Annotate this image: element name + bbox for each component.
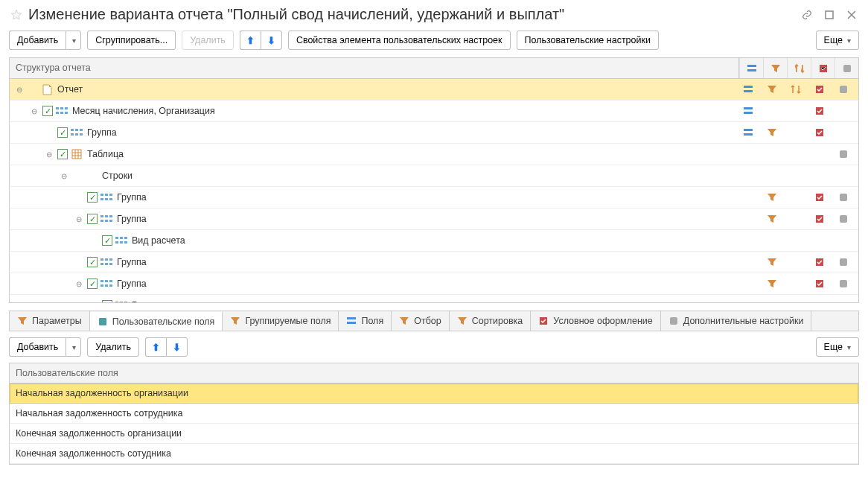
lower-add-button[interactable]: Добавить ▾ (9, 337, 81, 357)
tab-пользовательские-поля[interactable]: Пользовательские поля (90, 312, 223, 331)
link-icon[interactable] (801, 9, 813, 21)
checkbox[interactable]: ✓ (102, 235, 112, 246)
tab-отбор[interactable]: Отбор (392, 311, 450, 331)
row-status-icon[interactable] (832, 84, 855, 95)
element-properties-button[interactable]: Свойства элемента пользовательских настр… (288, 31, 511, 50)
tree-body[interactable]: ⊖Отчет⊖✓Месяц начисления, Организация ✓Г… (10, 79, 858, 302)
tab-дополнительные-настройки[interactable]: Дополнительные настройки (661, 311, 812, 331)
move-down-button[interactable]: ⬇ (261, 31, 282, 50)
row-status-icon[interactable] (808, 106, 832, 116)
row-status-icon[interactable] (808, 214, 832, 224)
row-status-icon[interactable] (808, 278, 832, 289)
tree-row[interactable]: ✓Группа (10, 252, 858, 273)
tree-row[interactable]: ✓Группа (10, 187, 858, 209)
tab-поля[interactable]: Поля (339, 311, 392, 331)
expand-toggle[interactable]: ⊖ (29, 106, 39, 116)
row-status-icon[interactable] (760, 278, 784, 289)
move-up-button[interactable]: ⬆ (240, 31, 261, 50)
checkbox[interactable]: ✓ (87, 257, 98, 267)
col-filter-icon[interactable] (763, 58, 787, 78)
tree-row[interactable]: ✓Вид расчета (10, 230, 858, 252)
tab-сортировка[interactable]: Сортировка (450, 311, 532, 331)
maximize-icon[interactable] (823, 9, 835, 21)
list-item[interactable]: Конечная задолженность сотудника (10, 444, 858, 464)
row-status-icon[interactable] (832, 192, 855, 203)
svg-rect-19 (75, 129, 78, 131)
expand-toggle[interactable]: ⊖ (44, 149, 54, 159)
row-status-icon[interactable] (808, 127, 832, 138)
row-status-icon[interactable] (760, 214, 784, 224)
lower-more-button[interactable]: Еще▾ (816, 337, 859, 357)
list-item[interactable]: Начальная задолженность организации (10, 383, 858, 404)
row-status-icon[interactable] (736, 84, 760, 95)
row-status-icon[interactable] (808, 257, 832, 267)
row-status-icon[interactable] (760, 127, 784, 138)
tab-группируемые-поля[interactable]: Группируемые поля (223, 311, 339, 331)
checkbox[interactable]: ✓ (87, 278, 98, 289)
lower-move-up-button[interactable]: ⬆ (145, 337, 166, 357)
tree-row[interactable]: ⊖✓Группа (10, 273, 858, 295)
row-status-icon[interactable] (832, 214, 855, 224)
lower-add-dropdown[interactable]: ▾ (66, 337, 81, 357)
row-status-icon[interactable] (832, 278, 855, 289)
expand-toggle[interactable]: ⊖ (74, 278, 84, 289)
checkbox[interactable]: ✓ (57, 149, 68, 159)
user-fields-header: Пользовательские поля (10, 363, 858, 383)
add-button-dropdown[interactable]: ▾ (66, 31, 81, 50)
col-sort-icon[interactable] (787, 58, 811, 78)
row-status-icon[interactable] (736, 127, 760, 138)
svg-rect-49 (120, 241, 123, 244)
close-icon[interactable] (846, 9, 858, 21)
expand-toggle[interactable]: ⊖ (74, 214, 84, 224)
user-settings-button[interactable]: Пользовательские настройки (517, 31, 659, 50)
row-status-icon[interactable] (784, 84, 808, 95)
settings-tabs: ПараметрыПользовательские поляГруппируем… (9, 311, 859, 331)
checkbox[interactable]: ✓ (42, 106, 53, 116)
tab-условное-оформление[interactable]: Условное оформление (531, 311, 660, 331)
tab-icon (668, 316, 679, 326)
svg-rect-29 (100, 194, 103, 196)
add-button[interactable]: Добавить ▾ (9, 31, 81, 50)
fields-icon (56, 105, 68, 117)
row-status-icon[interactable] (736, 106, 760, 116)
list-item[interactable]: Конечная задолженность организации (10, 424, 858, 444)
row-status-icon[interactable] (760, 84, 784, 95)
tab-параметры[interactable]: Параметры (10, 311, 90, 331)
col-appearance-icon[interactable] (811, 58, 835, 78)
col-other-icon[interactable] (835, 58, 858, 78)
tree-row[interactable]: ⊖Отчет (10, 79, 858, 101)
tree-row[interactable]: ⊖Строки (10, 165, 858, 187)
list-item[interactable]: Начальная задолженность сотрудника (10, 404, 858, 424)
svg-rect-44 (840, 215, 847, 223)
expand-toggle[interactable]: ⊖ (14, 84, 25, 95)
tree-row[interactable]: ⊖✓Месяц начисления, Организация (10, 101, 858, 122)
svg-rect-30 (105, 194, 108, 196)
tree-row[interactable]: ✓Вид расчета (10, 295, 858, 302)
lower-delete-button[interactable]: Удалить (87, 337, 139, 357)
tree-row[interactable]: ✓Группа (10, 122, 858, 144)
svg-rect-58 (840, 258, 847, 266)
favorite-star-icon[interactable] (10, 9, 22, 21)
row-status-icon[interactable] (760, 192, 784, 203)
row-status-icon[interactable] (832, 257, 855, 267)
add-button-label: Добавить (17, 35, 58, 45)
group-button[interactable]: Сгруппировать... (87, 31, 176, 50)
row-status-icon[interactable] (808, 192, 832, 203)
row-status-icon[interactable] (808, 84, 832, 95)
more-button[interactable]: Еще▾ (816, 31, 859, 50)
row-status-icon[interactable] (832, 149, 855, 159)
svg-rect-21 (71, 133, 74, 136)
checkbox[interactable]: ✓ (102, 300, 112, 302)
fields-icon (71, 127, 83, 139)
expand-toggle[interactable]: ⊖ (59, 171, 69, 181)
checkbox[interactable]: ✓ (57, 127, 68, 138)
lower-move-down-button[interactable]: ⬇ (166, 337, 188, 357)
row-status-icon[interactable] (760, 257, 784, 267)
tab-label: Сортировка (472, 316, 523, 326)
top-toolbar: Добавить ▾ Сгруппировать... Удалить ⬆ ⬇ … (0, 28, 868, 57)
checkbox[interactable]: ✓ (87, 214, 98, 224)
col-fields-icon[interactable] (739, 58, 763, 78)
checkbox[interactable]: ✓ (87, 192, 98, 203)
tree-row[interactable]: ⊖✓Группа (10, 209, 858, 230)
tree-row[interactable]: ⊖✓Таблица (10, 144, 858, 165)
